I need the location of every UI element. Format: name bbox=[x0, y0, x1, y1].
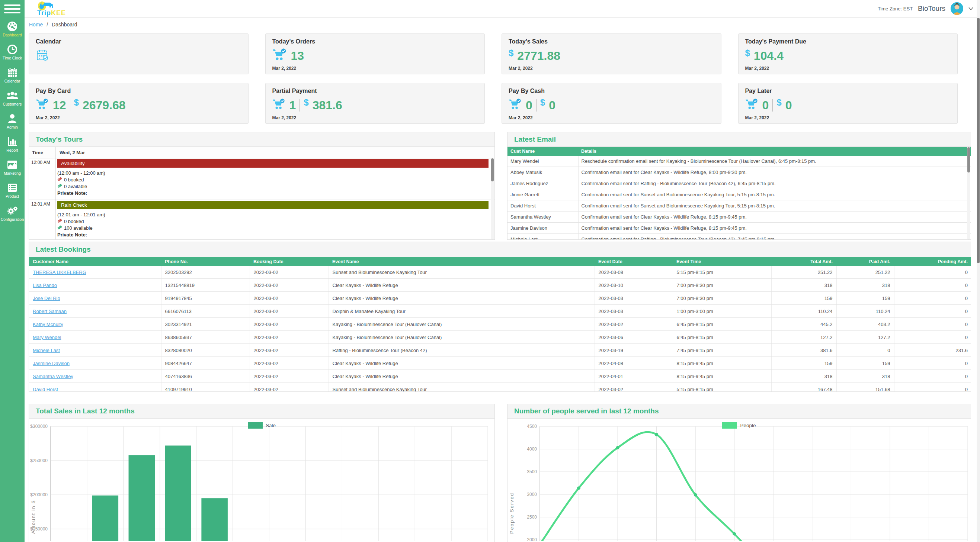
customer-name-link[interactable]: Jasmine Davison bbox=[33, 361, 70, 366]
card-partial-payment[interactable]: Partial Payment 1 $ 381.6 Mar 2, 2022 bbox=[265, 83, 485, 124]
email-row: David Horst Confirmation email sent for … bbox=[508, 200, 971, 212]
customer-name-link[interactable]: Kathy Mcnulty bbox=[33, 322, 63, 327]
email-details: Confirmation email sent for Rafting - Bi… bbox=[578, 234, 971, 240]
people-point-marker bbox=[616, 446, 619, 449]
total-amt: 318 bbox=[771, 279, 836, 292]
customer-name-link[interactable]: Robert Samaan bbox=[33, 309, 67, 314]
tour-time-range: (12:01 am - 12:01 am) bbox=[57, 212, 488, 218]
dashboard-page: Dashboard Time Clock Calendar Customers … bbox=[0, 0, 980, 542]
email-row: Jasmine Davison Confirmation email sent … bbox=[508, 223, 971, 234]
cart-check-icon bbox=[509, 98, 522, 112]
people-point-marker bbox=[577, 486, 581, 490]
sidebar-item-label: Customers bbox=[3, 102, 22, 106]
tour-booked: 0 booked bbox=[64, 177, 84, 183]
card-todays-orders[interactable]: Today's Orders 13 Mar 2, 2022 bbox=[265, 33, 485, 74]
users-icon bbox=[7, 90, 18, 101]
tour-available: 100 available bbox=[64, 225, 93, 231]
total-amt: 445.2 bbox=[771, 318, 836, 331]
customer-name-link[interactable]: Mary Wendel bbox=[33, 334, 61, 340]
booking-date: 2022-03-02 bbox=[250, 266, 329, 279]
card-pay-later[interactable]: Pay Later 0 $ 0 Mar 2, 2022 bbox=[738, 83, 958, 124]
people-legend: People bbox=[508, 422, 971, 429]
breadcrumb-current: Dashboard bbox=[52, 22, 77, 27]
tour-banner[interactable]: Availability bbox=[57, 159, 488, 168]
booked-ticket-icon bbox=[57, 218, 62, 225]
page-scrollbar[interactable] bbox=[977, 0, 980, 542]
calendar-check-icon bbox=[36, 48, 49, 63]
email-details: Confirmation email sent for Sunset and B… bbox=[578, 189, 971, 200]
user-icon bbox=[7, 113, 18, 124]
avatar[interactable] bbox=[951, 2, 963, 15]
phone-no: 8638605937 bbox=[161, 331, 250, 344]
timezone-label: Time Zone: EST bbox=[878, 6, 913, 11]
divider bbox=[70, 99, 70, 111]
total-amt: 381.6 bbox=[771, 344, 836, 357]
event-time: 5:15 pm-8:15 pm bbox=[673, 383, 771, 392]
total-amt: 251.22 bbox=[771, 266, 836, 279]
customer-name-link[interactable]: Jose Del Rio bbox=[33, 296, 60, 301]
customer-name-link[interactable]: THERESA UKKELBERG bbox=[33, 269, 86, 275]
panel-title: Latest Email bbox=[514, 135, 556, 144]
event-name: Clear Kayaks - Wildlife Refuge bbox=[329, 279, 595, 292]
sidebar-item-customers[interactable]: Customers bbox=[0, 87, 25, 110]
card-payment-due[interactable]: Today's Payment Due $ 104.4 Mar 2, 2022 bbox=[738, 33, 958, 74]
customer-name-link[interactable]: David Horst bbox=[33, 387, 58, 392]
bookings-column-header: Total Amt. bbox=[771, 257, 836, 266]
total-amt: 159 bbox=[771, 357, 836, 370]
email-scrollbar[interactable] bbox=[967, 147, 970, 239]
sidebar-item-configuration[interactable]: Configuration bbox=[0, 202, 25, 225]
email-details: Reschedule confirmation email sent for K… bbox=[578, 156, 971, 167]
customer-name-link[interactable]: Lisa Pando bbox=[33, 282, 57, 288]
dollar-icon: $ bbox=[776, 97, 781, 108]
tripkee-logo[interactable]: TripKEE bbox=[37, 1, 66, 16]
total-sales-chart-panel: Total Sales in Last 12 months Sale $3000… bbox=[29, 404, 495, 542]
paid-amt: 0 bbox=[836, 344, 894, 357]
sidebar-item-label: Calendar bbox=[5, 79, 21, 83]
booking-date: 2022-03-02 bbox=[250, 357, 329, 370]
sidebar-item-product[interactable]: Product bbox=[0, 179, 25, 202]
paid-amt: 151.68 bbox=[836, 383, 894, 392]
email-cust-name: Mary Wendel bbox=[508, 156, 578, 167]
card-calendar[interactable]: Calendar bbox=[29, 33, 248, 74]
chevron-down-icon[interactable] bbox=[969, 7, 973, 10]
paid-amt: 127.2 bbox=[836, 331, 894, 344]
event-date: 2022-03-10 bbox=[595, 279, 673, 292]
email-details: Confirmation email sent for Clear Kayaks… bbox=[578, 167, 971, 178]
card-date: Mar 2, 2022 bbox=[509, 66, 714, 71]
sidebar-item-admin[interactable]: Admin bbox=[0, 110, 25, 133]
event-name: Rafting - Bioluminescence Tour (Beacon 4… bbox=[329, 344, 595, 357]
booking-row: David Horst 4109719910 2022-03-02 Sunset… bbox=[29, 383, 971, 392]
sidebar-item-marketing[interactable]: Marketing bbox=[0, 156, 25, 179]
card-date: Mar 2, 2022 bbox=[509, 115, 714, 120]
available-ticket-icon bbox=[57, 183, 62, 190]
breadcrumb-home-link[interactable]: Home bbox=[29, 22, 43, 27]
tour-private-note-label: Private Note: bbox=[57, 231, 488, 238]
sidebar-item-calendar[interactable]: Calendar bbox=[0, 63, 25, 87]
hamburger-menu-icon[interactable] bbox=[0, 0, 25, 17]
svg-text:2500: 2500 bbox=[527, 515, 537, 520]
email-cust-name: Jasmine Davison bbox=[508, 223, 578, 234]
dollar-icon: $ bbox=[509, 48, 514, 59]
sales-bar bbox=[92, 496, 119, 541]
sidebar-item-dashboard[interactable]: Dashboard bbox=[0, 17, 25, 41]
sidebar-item-time-clock[interactable]: Time Clock bbox=[0, 41, 25, 63]
card-pay-by-card[interactable]: Pay By Card 12 $ 2679.68 Mar 2, 2022 bbox=[29, 83, 248, 124]
card-amount: 0 bbox=[786, 98, 792, 112]
booking-date: 2022-03-02 bbox=[250, 344, 329, 357]
card-count: 0 bbox=[762, 98, 769, 112]
card-pay-by-cash[interactable]: Pay By Cash 0 $ 0 Mar 2, 2022 bbox=[501, 83, 721, 124]
card-todays-sales[interactable]: Today's Sales $ 2771.88 Mar 2, 2022 bbox=[501, 33, 721, 74]
booking-row: Lisa Pando 13215448819 2022-03-02 Clear … bbox=[29, 279, 971, 292]
tours-date-column-label: Wed, 2 Mar bbox=[56, 150, 85, 155]
pending-amt: 231.6 bbox=[894, 344, 971, 357]
account-name[interactable]: BioTours bbox=[918, 5, 945, 13]
svg-text:4000: 4000 bbox=[527, 447, 537, 452]
list-icon bbox=[7, 182, 18, 193]
tour-banner[interactable]: Rain Check bbox=[57, 201, 488, 209]
customer-name-link[interactable]: Michele Last bbox=[33, 347, 60, 353]
event-date: 2022-03-02 bbox=[595, 383, 673, 392]
customer-name-link[interactable]: Samantha Westley bbox=[33, 374, 73, 379]
tours-scrollbar[interactable] bbox=[491, 158, 494, 239]
sidebar-item-report[interactable]: Report bbox=[0, 133, 25, 156]
sidebar-item-label: Dashboard bbox=[3, 33, 22, 37]
